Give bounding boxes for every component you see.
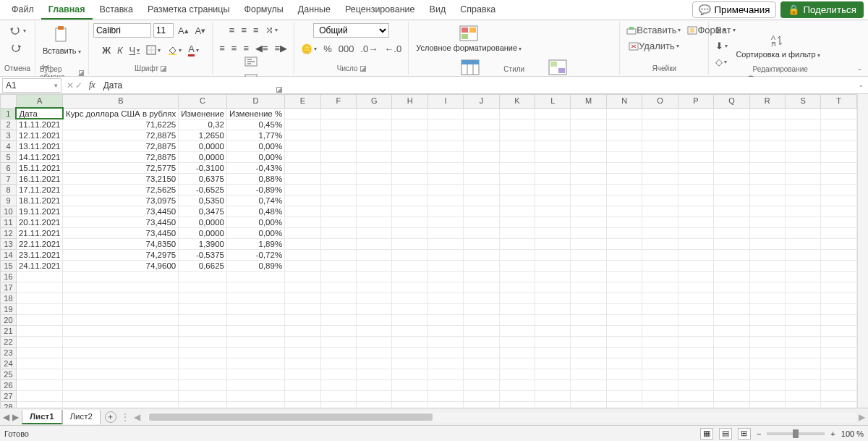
- cell[interactable]: [464, 173, 499, 184]
- cell[interactable]: [392, 184, 427, 195]
- cell[interactable]: [179, 293, 227, 303]
- collapse-ribbon-button[interactable]: ⌄: [851, 62, 868, 75]
- cell[interactable]: [714, 401, 749, 408]
- cell[interactable]: [499, 369, 535, 379]
- fx-icon[interactable]: fx: [85, 80, 99, 91]
- cell[interactable]: [786, 119, 821, 130]
- cell[interactable]: [356, 195, 391, 206]
- cell[interactable]: [714, 260, 749, 271]
- menu-tab-разметка страницы[interactable]: Разметка страницы: [140, 1, 237, 20]
- cell[interactable]: [642, 227, 678, 238]
- cells-table[interactable]: ABCDEFGHIJKLMNOPQRST1ДатаКурс доллара СШ…: [0, 94, 857, 408]
- cell[interactable]: [427, 195, 463, 206]
- cell[interactable]: [285, 119, 320, 130]
- cell[interactable]: Курс доллара США в рублях: [63, 108, 179, 119]
- italic-button[interactable]: К: [115, 43, 125, 57]
- cell[interactable]: [714, 314, 749, 325]
- cell[interactable]: [535, 293, 571, 303]
- cell[interactable]: [678, 249, 713, 260]
- cell[interactable]: [285, 314, 320, 325]
- cell[interactable]: -0,89%: [226, 184, 284, 195]
- column-header[interactable]: D: [226, 95, 284, 109]
- cell[interactable]: [63, 369, 179, 379]
- cell[interactable]: [427, 140, 463, 151]
- cell[interactable]: [226, 379, 284, 390]
- cell[interactable]: [714, 325, 749, 336]
- cell[interactable]: 73,4450: [63, 227, 179, 238]
- cell[interactable]: [821, 108, 857, 119]
- cell[interactable]: [606, 119, 642, 130]
- cell[interactable]: -0,3100: [179, 162, 227, 173]
- cell[interactable]: [749, 336, 785, 347]
- cell[interactable]: [464, 336, 499, 347]
- row-header[interactable]: 21: [1, 325, 17, 336]
- fill-color-button[interactable]: [165, 43, 184, 56]
- cell[interactable]: [392, 369, 427, 379]
- cell[interactable]: [714, 303, 749, 314]
- menu-tab-рецензирование[interactable]: Рецензирование: [338, 1, 422, 20]
- cell[interactable]: [535, 206, 571, 217]
- cell[interactable]: [16, 358, 63, 369]
- cell[interactable]: [749, 130, 785, 140]
- cell[interactable]: [320, 369, 356, 379]
- cell[interactable]: 0,48%: [226, 206, 284, 217]
- cell[interactable]: [571, 195, 606, 206]
- number-format-select[interactable]: Общий: [313, 23, 389, 38]
- cell[interactable]: [786, 184, 821, 195]
- cell[interactable]: [678, 227, 713, 238]
- cell[interactable]: [226, 401, 284, 408]
- cell[interactable]: [285, 184, 320, 195]
- cell[interactable]: [356, 325, 391, 336]
- cell[interactable]: [749, 303, 785, 314]
- font-color-button[interactable]: А: [186, 42, 201, 58]
- cell[interactable]: [642, 282, 678, 293]
- cell[interactable]: [392, 130, 427, 140]
- cell[interactable]: [606, 314, 642, 325]
- cell[interactable]: [16, 369, 63, 379]
- column-header[interactable]: L: [535, 95, 571, 109]
- accounting-format-button[interactable]: 🪙: [299, 42, 319, 56]
- cell[interactable]: [356, 119, 391, 130]
- select-all-corner[interactable]: [1, 95, 17, 109]
- menu-tab-файл[interactable]: Файл: [4, 1, 41, 20]
- cell[interactable]: [786, 347, 821, 358]
- cell[interactable]: 74,2975: [63, 249, 179, 260]
- cell[interactable]: [320, 260, 356, 271]
- cell[interactable]: 0,0000: [179, 217, 227, 227]
- cell[interactable]: 0,00%: [226, 151, 284, 162]
- cell[interactable]: [179, 282, 227, 293]
- cell[interactable]: [320, 184, 356, 195]
- cell[interactable]: [571, 390, 606, 401]
- cell[interactable]: 0,45%: [226, 119, 284, 130]
- cell[interactable]: [749, 119, 785, 130]
- cell[interactable]: [16, 293, 63, 303]
- row-header[interactable]: 25: [1, 369, 17, 379]
- cell[interactable]: [464, 184, 499, 195]
- cell[interactable]: [285, 358, 320, 369]
- autosum-button[interactable]: Σ: [713, 23, 730, 37]
- cell[interactable]: 22.11.2021: [16, 238, 63, 249]
- cell[interactable]: [571, 271, 606, 282]
- cell[interactable]: [320, 336, 356, 347]
- cell[interactable]: [714, 173, 749, 184]
- cell[interactable]: [571, 140, 606, 151]
- cell[interactable]: [16, 271, 63, 282]
- cell[interactable]: 73,0975: [63, 195, 179, 206]
- cell[interactable]: [678, 336, 713, 347]
- cell[interactable]: [642, 303, 678, 314]
- cell[interactable]: [821, 249, 857, 260]
- column-header[interactable]: A: [16, 95, 63, 109]
- cell[interactable]: [499, 293, 535, 303]
- cell[interactable]: -0,43%: [226, 162, 284, 173]
- cell[interactable]: [464, 195, 499, 206]
- cell[interactable]: [786, 227, 821, 238]
- cell[interactable]: [392, 206, 427, 217]
- cell[interactable]: [63, 379, 179, 390]
- cell[interactable]: 11.11.2021: [16, 119, 63, 130]
- cell[interactable]: [714, 162, 749, 173]
- cell[interactable]: [749, 314, 785, 325]
- cell[interactable]: [606, 195, 642, 206]
- cell[interactable]: [642, 390, 678, 401]
- cell[interactable]: [642, 151, 678, 162]
- cell[interactable]: [571, 293, 606, 303]
